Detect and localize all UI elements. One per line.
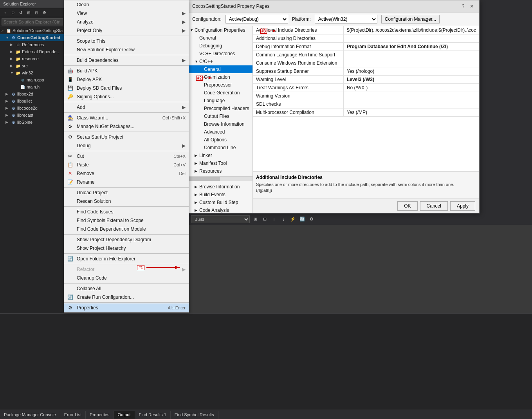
pt-cpp[interactable]: ▼ C/C++ <box>188 58 252 65</box>
tree-item-libbullet[interactable]: ▶ ⚙ libbullet <box>0 98 65 105</box>
menu-item-rename[interactable]: 📝 Rename <box>64 178 189 186</box>
se-expand-btn[interactable]: ⊞ <box>25 9 32 16</box>
platform-select[interactable]: Active(Win32) <box>315 15 377 23</box>
pt-config-props[interactable]: ▼ Configuration Properties <box>188 26 252 34</box>
pt-output[interactable]: Output Files <box>188 112 252 120</box>
pt-optimization[interactable]: Optimization <box>188 73 252 81</box>
menu-item-nuget[interactable]: ⚙ Manage NuGet Packages... <box>64 122 189 131</box>
menu-item-find-dep[interactable]: Find Code Dependent on Module <box>64 225 189 233</box>
tree-item-references[interactable]: ▶ ⊕ References <box>0 41 65 48</box>
dialog-close-btn[interactable]: ✕ <box>468 3 475 10</box>
menu-item-refactor[interactable]: Refactor ▶ <box>64 265 189 274</box>
pt-language[interactable]: Language <box>188 97 252 105</box>
tree-item-src[interactable]: ▶ 📁 src <box>0 62 65 69</box>
menu-item-cleanup[interactable]: Cleanup Code <box>64 274 189 282</box>
se-refresh-btn[interactable]: ↺ <box>17 9 24 16</box>
pt-resources[interactable]: ▶ Resources <box>188 167 252 175</box>
tb-btn-7[interactable]: ⚙ <box>308 215 316 223</box>
tb-btn-2[interactable]: ⊟ <box>261 215 269 223</box>
apply-button[interactable]: Apply <box>450 201 475 211</box>
pt-custom-build[interactable]: ▶ Custom Build Step <box>188 199 252 206</box>
pt-manifest[interactable]: ▶ Manifest Tool <box>188 159 252 167</box>
pt-cmd-line[interactable]: Command Line <box>188 144 252 152</box>
menu-item-cut[interactable]: ✂ Cut Ctrl+X <box>64 152 189 161</box>
menu-item-find-symbols[interactable]: Find Symbols External to Scope <box>64 216 189 225</box>
se-settings-btn[interactable]: ⚙ <box>41 9 48 16</box>
tab-error-list[interactable]: Error List <box>60 411 86 419</box>
pt-precomp[interactable]: Precompiled Headers <box>188 105 252 112</box>
pt-linker[interactable]: ▶ Linker <box>188 152 252 159</box>
menu-item-create-run-config[interactable]: 🔄 Create Run Configuration... <box>64 293 189 302</box>
menu-item-deploy-sd[interactable]: 💾 Deploy SD Card Files <box>64 84 189 92</box>
menu-item-view[interactable]: View ▶ <box>64 9 189 18</box>
menu-item-deploy-apk[interactable]: 📱 Deploy APK <box>64 75 189 84</box>
cancel-button[interactable]: Cancel <box>420 201 448 211</box>
pt-advanced[interactable]: Advanced <box>188 128 252 136</box>
tb-btn-1[interactable]: ⊞ <box>251 215 259 223</box>
menu-item-add[interactable]: Add ▶ <box>64 103 189 112</box>
pt-all-options[interactable]: All Options <box>188 136 252 144</box>
se-collapse-btn[interactable]: ⊟ <box>33 9 40 16</box>
menu-item-rescan[interactable]: Rescan Solution <box>64 197 189 206</box>
menu-item-build-deps[interactable]: Build Dependencies ▶ <box>64 56 189 65</box>
tab-find-results[interactable]: Find Results 1 <box>135 411 171 419</box>
pt-code-gen[interactable]: Code Generation <box>188 89 252 97</box>
pt-code-analysis[interactable]: ▶ Code Analysis <box>188 206 252 213</box>
menu-item-show-dep[interactable]: Show Project Dependency Diagram <box>64 235 189 244</box>
build-dropdown[interactable]: Build <box>191 215 250 223</box>
prop-tree-scrollbar[interactable] <box>188 176 252 181</box>
menu-item-find-code[interactable]: Find Code Issues <box>64 208 189 216</box>
tab-find-symbol-results[interactable]: Find Symbol Results <box>171 411 218 419</box>
dialog-help-btn[interactable]: ? <box>460 3 467 10</box>
menu-item-properties[interactable]: ⚙ Properties Alt+Enter <box>64 303 189 312</box>
tb-btn-6[interactable]: 🔄 <box>298 215 306 223</box>
tree-item-librecast[interactable]: ▶ ⚙ librecast <box>0 112 65 119</box>
pt-cpp-general[interactable]: General <box>188 65 252 73</box>
config-select[interactable]: Active(Debug) <box>225 15 288 23</box>
menu-item-show-hierarchy[interactable]: Show Project Hierarchy <box>64 244 189 253</box>
se-sync-btn[interactable]: ↑ <box>2 9 9 16</box>
menu-item-build-apk[interactable]: 🤖 Build APK <box>64 67 189 75</box>
menu-item-signing[interactable]: 🔑 Signing Options... <box>64 92 189 101</box>
tree-item-maincpp[interactable]: ⊕ main.cpp <box>0 76 65 83</box>
menu-item-unload[interactable]: Unload Project <box>64 188 189 197</box>
ok-button[interactable]: OK <box>397 201 417 211</box>
pt-build-events[interactable]: ▶ Build Events <box>188 191 252 199</box>
menu-item-debug[interactable]: Debug ▶ <box>64 141 189 150</box>
tree-item-resource[interactable]: ▶ 📁 resource <box>0 55 65 62</box>
menu-item-class-wizard[interactable]: 🧙 Class Wizard... Ctrl+Shift+X <box>64 114 189 122</box>
pt-browse-info2[interactable]: ▶ Browse Information <box>188 183 252 191</box>
menu-item-collapse-all[interactable]: Collapse All <box>64 284 189 293</box>
tree-item-libspine[interactable]: ▶ ⚙ libSpine <box>0 119 65 126</box>
tree-item-extdeps[interactable]: ▶ 📁 External Dependencies <box>0 48 65 55</box>
pt-preprocessor[interactable]: Preprocessor <box>188 81 252 89</box>
menu-item-analyze[interactable]: Analyze ▶ <box>64 18 189 26</box>
tree-item-project[interactable]: ▼ ⚙ CocosGettingStarted <box>0 34 65 41</box>
menu-item-paste[interactable]: 📋 Paste Ctrl+V <box>64 161 189 169</box>
se-view-btn[interactable]: ⊙ <box>9 9 16 16</box>
menu-item-open-folder[interactable]: 🔄 Open Folder in File Explorer <box>64 255 189 263</box>
tb-btn-4[interactable]: ↓ <box>280 215 287 223</box>
tree-item-win32[interactable]: ▼ 📁 win32 <box>0 69 65 76</box>
pt-general[interactable]: General <box>188 34 252 42</box>
pt-debugging[interactable]: Debugging <box>188 42 252 50</box>
scrollbar-thumb[interactable] <box>189 177 220 181</box>
search-input[interactable] <box>2 18 63 25</box>
tab-output[interactable]: Output <box>114 411 135 419</box>
config-manager-btn[interactable]: Configuration Manager... <box>381 15 440 23</box>
tab-properties[interactable]: Properties <box>86 411 114 419</box>
menu-item-clean[interactable]: Clean <box>64 0 189 9</box>
tree-item-mainh[interactable]: 📄 main.h <box>0 83 65 90</box>
tree-item-solution[interactable]: ▷ 📋 Solution 'CocosGettingSta <box>0 27 65 34</box>
pt-browse-info[interactable]: Browse Information <box>188 120 252 128</box>
tb-btn-5[interactable]: ⚡ <box>289 215 297 223</box>
tree-item-libcocos2d[interactable]: ▶ ⚙ libcocos2d <box>0 105 65 112</box>
tb-btn-3[interactable]: ↑ <box>270 215 278 223</box>
menu-item-new-se-view[interactable]: New Solution Explorer View <box>64 45 189 54</box>
pt-vc-dirs[interactable]: VC++ Directories <box>188 50 252 58</box>
tree-item-libbox2d[interactable]: ▶ ⚙ libbox2d <box>0 90 65 98</box>
menu-item-startup[interactable]: ⚙ Set as StartUp Project <box>64 133 189 141</box>
menu-item-project-only[interactable]: Project Only ▶ <box>64 26 189 35</box>
tab-package-manager[interactable]: Package Manager Console <box>0 411 60 419</box>
menu-item-remove[interactable]: ✕ Remove Del <box>64 169 189 178</box>
